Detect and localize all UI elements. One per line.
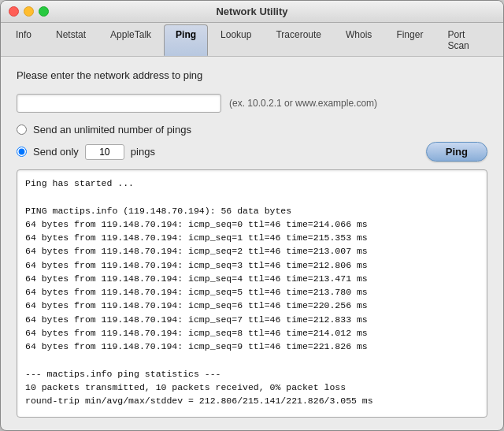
send-only-row-left: Send only pings [17,144,155,160]
tab-ping[interactable]: Ping [164,24,208,56]
window-title: Network Utility [216,6,287,17]
unlimited-radio-row: Send an unlimited number of pings [17,124,487,136]
unlimited-radio[interactable] [17,124,27,135]
tab-traceroute[interactable]: Traceroute [264,24,333,56]
titlebar: Network Utility [1,1,503,23]
ping-panel: Please enter the network address to ping… [1,57,503,430]
address-hint: (ex. 10.0.2.1 or www.example.com) [229,98,377,109]
unlimited-radio-label: Send an unlimited number of pings [33,124,191,136]
ping-output: Ping has started ... PING mactips.info (… [17,169,487,418]
close-button[interactable] [9,6,19,17]
address-section-label: Please enter the network address to ping [17,69,487,81]
tab-finger[interactable]: Finger [384,24,435,56]
maximize-button[interactable] [39,6,49,17]
sendonly-radio[interactable] [17,147,27,157]
tab-whois[interactable]: Whois [334,24,384,56]
address-row: (ex. 10.0.2.1 or www.example.com) [17,94,487,113]
minimize-button[interactable] [24,6,34,17]
main-window: Network Utility Info Netstat AppleTalk P… [0,0,504,431]
tab-bar: Info Netstat AppleTalk Ping Lookup Trace… [1,23,503,57]
radio-section: Send an unlimited number of pings Send o… [17,124,487,162]
send-only-row: Send only pings Ping [17,142,487,162]
tab-info[interactable]: Info [4,24,43,56]
ping-button[interactable]: Ping [426,142,487,162]
pings-suffix-label: pings [131,146,155,158]
ping-count-input[interactable] [85,144,124,160]
address-input[interactable] [17,94,221,113]
sendonly-radio-label: Send only [33,146,79,158]
tab-appletalk[interactable]: AppleTalk [98,24,163,56]
tab-portscan[interactable]: Port Scan [435,24,499,56]
tab-netstat[interactable]: Netstat [44,24,98,56]
tab-lookup[interactable]: Lookup [209,24,263,56]
traffic-lights [9,6,49,17]
